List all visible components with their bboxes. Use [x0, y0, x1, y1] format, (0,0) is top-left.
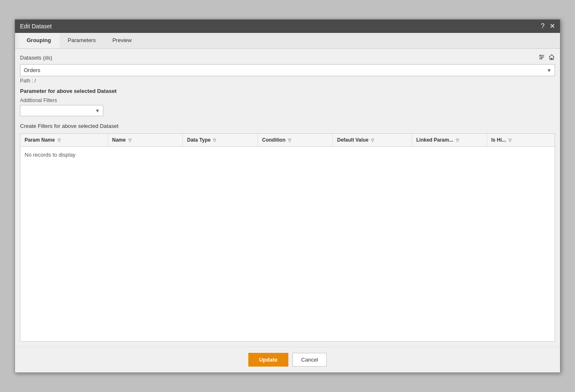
param-section-title: Parameter for above selected Dataset [20, 88, 555, 94]
tab-parameters[interactable]: Parameters [60, 33, 104, 48]
filter-icon-linked-param[interactable]: ▽ [456, 138, 459, 142]
datasets-section-header: Datasets (ds) [20, 54, 555, 62]
filter-icon-condition[interactable]: ▽ [288, 138, 291, 142]
col-data-type: Data Type ▽ [183, 134, 258, 146]
tab-grouping[interactable]: Grouping [18, 33, 60, 48]
filter-columns-button[interactable] [538, 54, 545, 62]
filter-icon-is-hi[interactable]: ▽ [508, 138, 512, 142]
update-button[interactable]: Update [248, 353, 288, 367]
home-button[interactable] [548, 54, 555, 62]
tab-preview[interactable]: Preview [104, 33, 140, 48]
path-value: / [35, 78, 36, 84]
datasets-label: Datasets (ds) [20, 55, 52, 61]
filter-icon-name[interactable]: ▽ [128, 138, 132, 142]
col-condition: Condition ▽ [258, 134, 333, 146]
datasets-header-icons [538, 54, 555, 62]
columns-icon [538, 54, 545, 60]
no-records-text: No records to display [25, 152, 75, 158]
dataset-dropdown-wrapper: Orders ▼ [20, 64, 555, 76]
path-label: Path : [20, 78, 33, 84]
home-icon [548, 54, 555, 60]
col-param-name: Param Name ▽ [20, 134, 108, 146]
additional-filters-select[interactable] [20, 105, 103, 116]
filter-icon-param-name[interactable]: ▽ [58, 138, 61, 142]
help-button[interactable]: ? [541, 23, 545, 30]
tabs-bar: Grouping Parameters Preview [15, 33, 560, 49]
table-body: No records to display [20, 147, 555, 163]
additional-filters-label: Additional Filters [20, 97, 555, 103]
close-button[interactable]: ✕ [550, 23, 555, 30]
cancel-button[interactable]: Cancel [292, 353, 327, 367]
col-name: Name ▽ [108, 134, 183, 146]
main-content: Datasets (ds) [15, 49, 560, 347]
svg-rect-6 [551, 58, 552, 60]
filter-icon-data-type[interactable]: ▽ [213, 138, 216, 142]
additional-filters-wrapper: ▼ [20, 105, 103, 116]
title-bar-actions: ? ✕ [541, 23, 555, 30]
filter-icon-default-value[interactable]: ▽ [371, 138, 374, 142]
edit-dataset-dialog: Edit Dataset ? ✕ Grouping Parameters Pre… [15, 19, 560, 373]
title-bar: Edit Dataset ? ✕ [15, 20, 560, 33]
path-line: Path : / [20, 78, 555, 84]
dataset-select[interactable]: Orders [20, 64, 555, 76]
col-default-value: Default Value ▽ [333, 134, 412, 146]
col-linked-param: Linked Param... ▽ [412, 134, 487, 146]
dialog-title: Edit Dataset [20, 23, 52, 30]
create-filters-title: Create Filters for above selected Datase… [20, 123, 555, 129]
col-is-hi: Is Hi... ▽ [487, 134, 537, 146]
filters-table: Param Name ▽ Name ▽ Data Type ▽ Conditio… [20, 133, 555, 342]
dialog-footer: Update Cancel [15, 347, 560, 372]
table-header: Param Name ▽ Name ▽ Data Type ▽ Conditio… [20, 134, 555, 147]
